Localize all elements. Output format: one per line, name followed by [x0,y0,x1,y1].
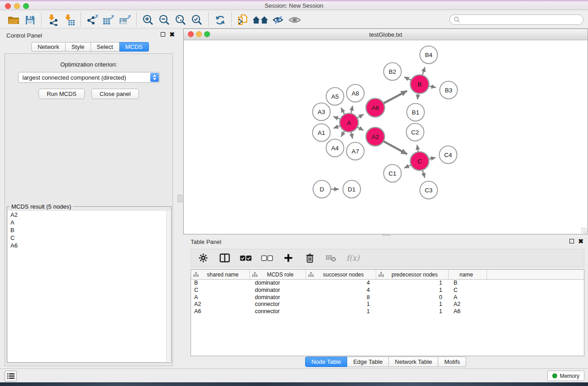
function-builder-button[interactable]: f(x) [346,253,359,262]
tab-network-table[interactable]: Network Table [389,357,438,367]
table-row[interactable]: A6connector11A6 [191,308,584,315]
edge-A6-B[interactable] [383,91,407,104]
network-graph[interactable]: B4B2BB3A8A5A6A3B1AC2A1A2A4A7C4CC1DD1C3 [184,40,588,234]
save-session-button[interactable] [22,13,38,27]
table-settings-button[interactable] [197,251,209,265]
table-cell[interactable]: connector [250,301,306,308]
table-cell[interactable]: 1 [306,308,376,315]
table-cell[interactable]: C [191,287,250,294]
edge-B-B1[interactable] [417,93,418,100]
column-header-successor-nodes[interactable]: successor nodes [306,270,376,279]
column-header-shared-name[interactable]: shared name [191,270,250,279]
edge-A-A2[interactable] [357,127,363,130]
tab-motifs[interactable]: Motifs [438,357,466,367]
table-row[interactable]: Cdominator41C [191,287,584,294]
add-column-button[interactable] [282,251,294,265]
result-item[interactable]: A6 [8,242,171,249]
table-cell[interactable]: A2 [449,301,487,308]
result-item[interactable]: A2 [8,211,171,219]
refresh-view-button[interactable] [212,13,228,27]
result-item[interactable]: B [8,226,171,234]
table-cell[interactable]: 8 [306,294,376,301]
edge-A-A4[interactable] [341,131,344,137]
tab-mcds[interactable]: MCDS [120,42,149,52]
table-cell[interactable]: A [191,294,250,301]
table-cell[interactable]: 1 [376,287,449,294]
table-cell[interactable]: 1 [376,280,449,287]
search-input[interactable] [460,17,574,23]
edge-A-A3[interactable] [334,116,340,119]
result-scrollbar[interactable] [166,211,171,362]
float-panel-icon[interactable] [161,32,165,37]
table-cell[interactable]: 4 [306,280,376,287]
table-row[interactable]: Bdominator41B [191,280,584,287]
table-cell[interactable]: 0 [376,294,449,301]
table-cell[interactable]: connector [250,308,306,315]
show-all-button[interactable] [287,13,303,27]
window-resize-grip[interactable] [581,228,587,234]
close-panel-button[interactable]: Close panel [91,89,139,99]
table-cell[interactable]: 1 [306,301,376,308]
zoom-fit-button[interactable] [172,13,189,27]
edge-A-A1[interactable] [334,126,340,128]
table-cell[interactable]: 4 [306,287,376,294]
table-row[interactable]: Adominator80A [191,294,584,301]
edge-A2-C[interactable] [383,141,407,154]
table-cell[interactable]: C [449,287,487,294]
edge-B-B4[interactable] [422,67,425,75]
result-item[interactable]: A [8,219,171,226]
zoom-selected-button[interactable] [189,13,205,27]
task-history-button[interactable] [5,371,17,381]
column-header-name[interactable]: name [449,270,487,279]
vertical-splitter-handle[interactable] [177,195,182,202]
table-cell[interactable]: A6 [191,308,250,315]
table-cell[interactable]: A6 [449,308,487,315]
edge-A-A6[interactable] [357,114,364,118]
table-cell[interactable]: A [449,294,487,301]
table-cell[interactable]: dominator [250,280,306,287]
edge-A-A5[interactable] [341,108,344,114]
criterion-select[interactable]: largest connected component (directed) [18,72,160,83]
edge-C-C3[interactable] [422,170,425,178]
edge-B-B3[interactable] [429,86,436,87]
delete-column-button[interactable] [304,251,316,265]
hide-selected-button[interactable] [270,13,287,27]
deselect-all-checks-button[interactable] [261,251,273,265]
close-table-panel-icon[interactable]: ✖ [578,239,583,243]
table-cell[interactable]: B [449,280,487,287]
result-item[interactable]: C [8,234,171,242]
column-header-MCDS-role[interactable]: MCDS role [250,270,306,279]
export-table-button[interactable] [100,13,117,27]
column-header-predecessor-nodes[interactable]: predecessor nodes [376,270,449,279]
tab-node-table[interactable]: Node Table [305,357,348,367]
network-window-titlebar[interactable]: testGlobe.txt [184,29,588,40]
export-network-button[interactable] [84,13,100,27]
open-session-button[interactable] [5,13,22,27]
tab-select[interactable]: Select [91,42,120,52]
zoom-in-button[interactable] [140,13,156,27]
table-cell[interactable]: A2 [191,301,250,308]
tab-network[interactable]: Network [31,42,66,52]
edge-C-C1[interactable] [404,165,411,168]
zoom-out-button[interactable] [156,13,172,27]
table-cell[interactable]: 1 [376,308,449,315]
select-all-checks-button[interactable] [240,251,252,265]
memory-button[interactable]: Memory [547,371,584,381]
edge-C-C2[interactable] [417,145,418,152]
import-network-button[interactable] [45,13,61,27]
edge-B-B2[interactable] [404,77,411,80]
home-layout-button[interactable] [251,13,270,27]
table-cell[interactable]: dominator [250,294,306,301]
network-canvas[interactable]: B4B2BB3A8A5A6A3B1AC2A1A2A4A7C4CC1DD1C3 [184,40,588,234]
import-table-button[interactable] [61,13,77,27]
clone-network-button[interactable] [235,13,251,27]
search-field[interactable] [449,14,583,25]
edge-C-C4[interactable] [429,157,435,159]
edge-A-A7[interactable] [351,132,352,138]
table-row[interactable]: A2connector11A2 [191,301,584,308]
mcds-result-list[interactable]: A2ABCA6 [8,211,171,362]
run-mcds-button[interactable]: Run MCDS [38,89,85,99]
column-layout-button[interactable] [219,251,230,265]
edge-A-A8[interactable] [351,106,353,114]
table-cell[interactable]: dominator [250,287,306,294]
